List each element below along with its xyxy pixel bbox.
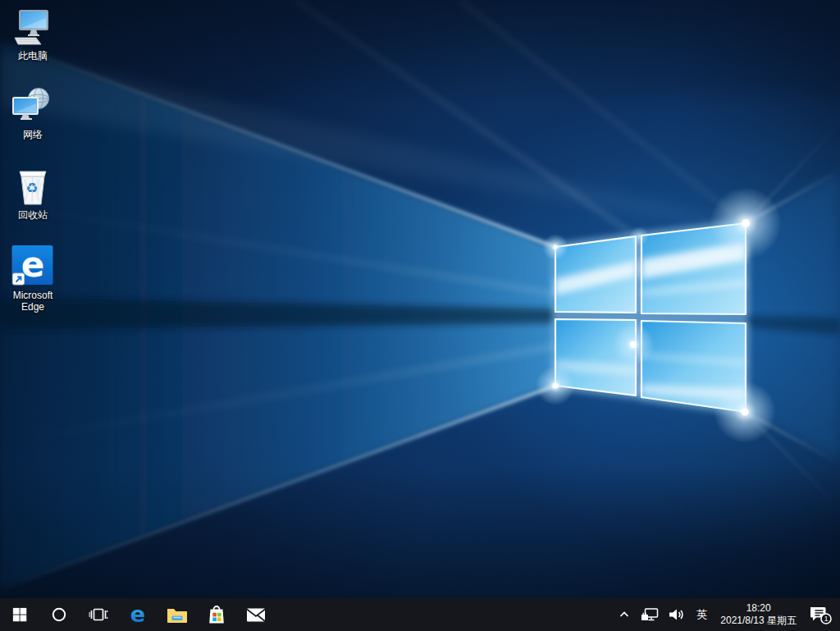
- taskbar: e: [0, 598, 840, 631]
- store-bag-icon: [207, 604, 226, 625]
- envelope-icon: [246, 607, 266, 623]
- desktop-wallpaper: 此电脑: [0, 0, 840, 598]
- cortana-circle-icon: [51, 606, 67, 623]
- windows-hero-wallpaper-art: [0, 0, 840, 598]
- network-tray-button[interactable]: [636, 598, 664, 631]
- edge-shortcut-icon: e: [2, 245, 64, 287]
- windows-logo-icon: [12, 607, 27, 622]
- ime-language-indicator[interactable]: 英: [690, 598, 714, 631]
- action-center-button[interactable]: 1: [803, 598, 840, 631]
- task-view-icon: [89, 606, 108, 624]
- windows-desktop-screen: 此电脑: [0, 0, 840, 631]
- tray-date: 2021/8/13 星期五: [720, 615, 797, 627]
- network-icon: [2, 84, 64, 126]
- notification-badge-count: 1: [824, 615, 829, 623]
- this-pc-icon: [2, 5, 64, 48]
- desktop-icon-label: 回收站: [2, 209, 64, 221]
- svg-text:e: e: [21, 245, 45, 285]
- desktop-icon-recycle-bin[interactable]: ♻ 回收站: [2, 164, 64, 221]
- action-center-icon: 1: [808, 605, 832, 625]
- desktop-icon-label: Microsoft Edge: [2, 290, 64, 313]
- volume-tray-button[interactable]: [664, 598, 690, 631]
- show-hidden-icons-button[interactable]: [613, 598, 636, 631]
- network-ethernet-icon: [641, 608, 659, 622]
- desktop-icon-microsoft-edge[interactable]: e Microsoft Edge: [2, 245, 64, 313]
- desktop-icon-this-pc[interactable]: 此电脑: [2, 5, 64, 62]
- folder-icon: [167, 606, 188, 624]
- svg-text:♻: ♻: [25, 180, 38, 196]
- svg-text:e: e: [130, 604, 145, 625]
- taskbar-edge-button[interactable]: e: [118, 598, 158, 631]
- tray-clock[interactable]: 18:20 2021/8/13 星期五: [714, 598, 803, 631]
- desktop-icon-network[interactable]: 网络: [2, 84, 64, 140]
- edge-e-icon: e: [127, 604, 148, 625]
- system-tray: 英 18:20 2021/8/13 星期五 1: [613, 598, 840, 631]
- tray-time: 18:20: [746, 602, 771, 615]
- speaker-icon: [669, 608, 685, 621]
- desktop-icon-label: 网络: [2, 129, 64, 140]
- desktop-icon-label: 此电脑: [2, 50, 64, 62]
- start-button[interactable]: [0, 598, 39, 631]
- taskbar-file-explorer-button[interactable]: [158, 598, 197, 631]
- recycle-bin-icon: ♻: [2, 164, 64, 207]
- cortana-search-button[interactable]: [39, 598, 79, 631]
- chevron-up-icon: [618, 608, 631, 621]
- task-view-button[interactable]: [79, 598, 118, 631]
- taskbar-mail-button[interactable]: [236, 598, 276, 631]
- taskbar-store-button[interactable]: [197, 598, 236, 631]
